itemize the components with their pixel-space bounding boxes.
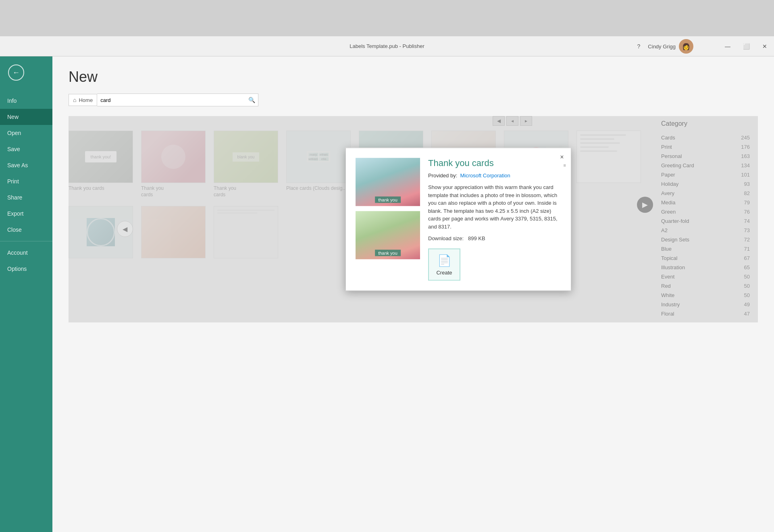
provider-link[interactable]: Microsoft Corporation xyxy=(460,172,510,179)
scroll-hint: ≡ xyxy=(564,163,566,168)
sidebar-item-save-as[interactable]: Save As xyxy=(0,157,52,173)
sidebar: ← Info New Open Save Save As xyxy=(0,56,52,532)
modal-title: Thank you cards xyxy=(428,158,561,168)
user-name: Cindy Grigg xyxy=(648,44,676,50)
page-title: New xyxy=(69,69,758,85)
image-2-label: thank you xyxy=(375,250,401,256)
sidebar-item-account[interactable]: Account xyxy=(0,245,52,261)
modal-download-size: Download size: 899 KB xyxy=(428,235,561,241)
top-bar xyxy=(0,0,774,36)
app-window: Labels Template.pub - Publisher ? Cindy … xyxy=(0,36,774,532)
help-button[interactable]: ? xyxy=(633,40,645,52)
sidebar-item-save[interactable]: Save xyxy=(0,141,52,157)
modal-description: Show your appreciation with this warm th… xyxy=(428,183,561,231)
title-bar: Labels Template.pub - Publisher ? Cindy … xyxy=(0,36,774,56)
modal-image-1: thank you xyxy=(356,158,420,206)
sidebar-item-new[interactable]: New xyxy=(0,109,52,125)
app-body: ← Info New Open Save Save As xyxy=(0,56,774,532)
create-icon: 📄 xyxy=(437,254,452,267)
sidebar-item-open[interactable]: Open xyxy=(0,125,52,141)
sidebar-divider xyxy=(0,241,52,241)
window-title: Labels Template.pub - Publisher xyxy=(350,43,424,49)
main-content: New ⌂ Home 🔍 ◀ ◂ xyxy=(52,56,774,532)
close-window-button[interactable]: ✕ xyxy=(755,36,774,56)
search-bar: ⌂ Home 🔍 xyxy=(69,94,758,106)
maximize-button[interactable]: ⬜ xyxy=(737,36,755,56)
modal-dialog: × ≡ thank you tha xyxy=(345,148,571,291)
sidebar-item-close[interactable]: Close xyxy=(0,222,52,238)
sidebar-nav: Info New Open Save Save As Print xyxy=(0,93,52,277)
sidebar-item-print[interactable]: Print xyxy=(0,173,52,189)
modal-provider: Provided by: Microsoft Corporation xyxy=(428,172,561,179)
modal-text-content: Thank you cards Provided by: Microsoft C… xyxy=(428,158,561,281)
home-icon: ⌂ xyxy=(73,97,76,103)
search-input-wrap: 🔍 xyxy=(97,94,258,106)
avatar: 👩 xyxy=(679,39,693,54)
title-bar-controls: — ⬜ ✕ xyxy=(718,36,774,56)
back-icon: ← xyxy=(8,64,24,81)
sidebar-item-info[interactable]: Info xyxy=(0,93,52,109)
create-button[interactable]: 📄 Create xyxy=(428,249,460,281)
sidebar-item-share[interactable]: Share xyxy=(0,189,52,206)
image-1-label: thank you xyxy=(375,197,401,203)
modal-images: thank you thank you xyxy=(356,158,420,260)
back-button[interactable]: ← xyxy=(4,60,28,85)
modal-close-button[interactable]: × xyxy=(557,152,567,162)
templates-area: ◀ ◂ ▸ thank you! Thank you card xyxy=(69,116,758,322)
create-label: Create xyxy=(436,270,452,276)
home-link[interactable]: ⌂ Home xyxy=(69,94,97,106)
create-button-wrap: 📄 Create xyxy=(428,249,460,281)
sidebar-item-export[interactable]: Export xyxy=(0,206,52,222)
search-input[interactable] xyxy=(97,97,245,103)
user-area: ? Cindy Grigg 👩 xyxy=(633,36,693,56)
minimize-button[interactable]: — xyxy=(718,36,737,56)
search-button[interactable]: 🔍 xyxy=(245,94,258,106)
sidebar-item-options[interactable]: Options xyxy=(0,261,52,277)
modal-image-2: thank you xyxy=(356,211,420,260)
